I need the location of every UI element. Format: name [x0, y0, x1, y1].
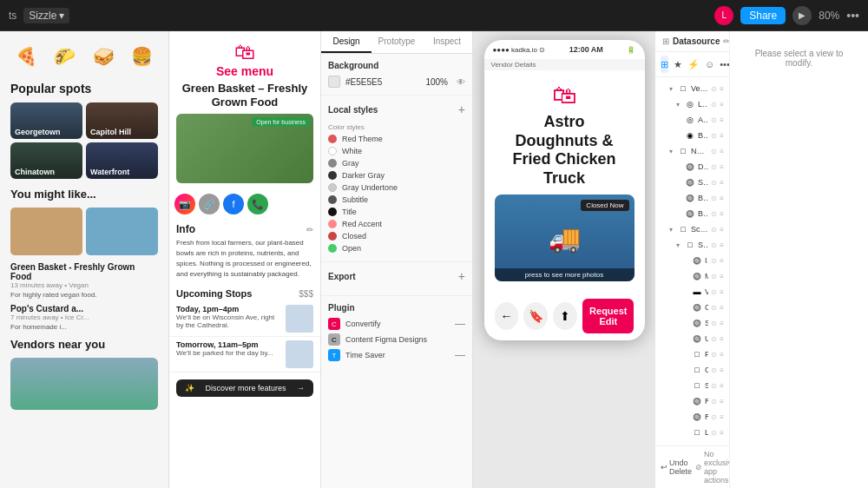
layer-action-ci-1[interactable]: ⊙ — [711, 304, 717, 312]
layer-scroll-view-view[interactable]: ▾ □ Scroll View View ⊙ ≡ — [655, 237, 729, 253]
toolbar-star-btn[interactable]: ★ — [674, 56, 682, 73]
layer-menu-header[interactable]: 🔘 Menu Header Gr... ⊙ ≡ — [655, 268, 729, 284]
style-closed[interactable]: Closed — [328, 230, 465, 242]
request-edit-button[interactable]: Request Edit — [582, 299, 634, 333]
layer-toggle-loading[interactable]: ▾ — [674, 100, 682, 109]
layer-scroll-view[interactable]: ▾ □ Scroll View ⊙ ≡ — [655, 221, 729, 237]
toolbar-dots-btn[interactable]: ••• — [720, 56, 729, 73]
layer-action-loading-1[interactable]: ⊙ — [711, 101, 717, 109]
undo-delete-button[interactable]: ↩ Undo Delete — [661, 458, 692, 476]
layer-action-dir-1[interactable]: ⊙ — [711, 163, 717, 171]
layer-share-btn[interactable]: 🔘 Share Button ⊙ ≡ — [655, 175, 729, 190]
layer-action-activity-2[interactable]: ≡ — [720, 116, 724, 124]
layer-action-us-2[interactable]: ≡ — [720, 335, 724, 343]
layer-action-info-1[interactable]: ⊙ — [711, 257, 717, 265]
discover-bar[interactable]: ✨ Discover more features → — [176, 379, 313, 397]
layer-action-lu-2[interactable]: ≡ — [720, 429, 724, 437]
more-options-button[interactable]: ••• — [846, 9, 859, 23]
plugin-content-figma[interactable]: C Content Figma Designs — [328, 333, 465, 346]
tab-design[interactable]: Design — [321, 31, 372, 53]
layer-reviews-1[interactable]: 🔘 Reviews Group I... ⊙ ≡ — [655, 393, 729, 409]
layer-action-vn-1[interactable]: ⊙ — [711, 288, 717, 296]
style-gray-undertone[interactable]: Gray Undertone — [328, 181, 465, 194]
spot-capitol-hill[interactable]: Capitol Hill — [86, 102, 158, 139]
layer-action-r1-2[interactable]: ≡ — [720, 398, 724, 406]
layer-action-bm-1[interactable]: ⊙ — [711, 195, 717, 202]
see-menu-label[interactable]: See menu — [176, 64, 313, 78]
style-red-theme[interactable]: Red Theme — [328, 133, 465, 145]
layer-action-sv-1[interactable]: ⊙ — [711, 241, 717, 249]
layer-action-share-1[interactable]: ⊙ — [711, 179, 717, 187]
style-darker-gray[interactable]: Darker Gray — [328, 169, 465, 181]
layer-directions-btn[interactable]: 🔘 Directions Button ⊙ ≡ — [655, 159, 729, 175]
layer-reviews-2[interactable]: 🔘 Reviews Group ⊙ ≡ — [655, 409, 729, 425]
layer-action-loading-2[interactable]: ≡ — [720, 101, 724, 109]
layer-action-sv-2[interactable]: ≡ — [720, 241, 724, 249]
facebook-button[interactable]: f — [223, 194, 244, 214]
layer-action-r1-1[interactable]: ⊙ — [711, 398, 717, 406]
toolbar-face-btn[interactable]: ☺ — [705, 56, 714, 73]
food-icon-taco[interactable]: 🌮 — [49, 40, 82, 73]
layer-action-ci-2[interactable]: ≡ — [720, 304, 724, 312]
layer-action-si-1[interactable]: ⊙ — [711, 320, 717, 327]
layer-action-back-2[interactable]: ≡ — [720, 210, 724, 218]
info-edit-button[interactable]: ✏ — [306, 225, 313, 234]
play-button[interactable]: ▶ — [792, 6, 812, 25]
layer-toggle-vendor-details[interactable]: ▾ — [667, 84, 675, 93]
plugin-toggle-convertify[interactable]: — — [455, 318, 465, 330]
layer-bookmark-btn[interactable]: 🔘 Bookmark Button ⊙ ≡ — [655, 190, 729, 206]
layer-action-sa-2[interactable]: ≡ — [720, 382, 724, 390]
plugin-toggle-time-saver[interactable]: — — [455, 349, 465, 361]
layer-vendor-name[interactable]: ▬ Vendor Name ⊙ ≡ — [655, 284, 729, 300]
layer-categories[interactable]: □ CategoriesTable ⊙ ≡ — [655, 362, 729, 378]
style-title[interactable]: Title — [328, 206, 465, 218]
layer-action-us-1[interactable]: ⊙ — [711, 335, 717, 343]
layer-social-icons[interactable]: 🔘 Social Icons Gro... ⊙ ≡ — [655, 315, 729, 331]
plugin-time-saver[interactable]: T Time Saver — — [328, 349, 465, 361]
layer-action-cat-2[interactable]: ≡ — [720, 366, 724, 374]
layer-action-sa-1[interactable]: ⊙ — [711, 382, 717, 390]
layer-toggle-scroll-view[interactable]: ▾ — [674, 241, 682, 249]
spot-georgetown[interactable]: Georgetown — [10, 102, 82, 139]
plugin-convertify[interactable]: C Convertify — — [328, 318, 465, 330]
add-export-button[interactable]: + — [458, 269, 465, 283]
layer-action-nav-2[interactable]: ≡ — [720, 148, 724, 155]
back-action-button[interactable]: ← — [495, 302, 519, 330]
share-button[interactable]: Share — [740, 7, 786, 24]
layer-toggle-scroll[interactable]: ▾ — [667, 225, 675, 234]
layer-action-pm-1[interactable]: ⊙ — [711, 351, 717, 359]
layer-action-mh-2[interactable]: ≡ — [720, 273, 724, 280]
layer-action-1[interactable]: ⊙ — [711, 85, 717, 93]
layer-activity-indicator[interactable]: ◎ Activity Indicator ⊙ ≡ — [655, 112, 729, 128]
layer-action-bm-2[interactable]: ≡ — [720, 195, 724, 202]
style-gray[interactable]: Gray — [328, 157, 465, 169]
layer-loading-indicator[interactable]: ▾ ◎ Loading Indicator ⊙ ≡ — [655, 96, 729, 112]
layer-action-scroll-1[interactable]: ⊙ — [711, 226, 717, 234]
layer-action-mh-1[interactable]: ⊙ — [711, 273, 717, 280]
visibility-icon[interactable]: 👁 — [457, 77, 465, 87]
user-avatar[interactable]: L — [714, 6, 733, 25]
spot-chinatown[interactable]: Chinatown — [10, 142, 82, 179]
toolbar-lightning-btn[interactable]: ⚡ — [687, 56, 700, 73]
layer-action-si-2[interactable]: ≡ — [720, 320, 724, 327]
layer-info-group[interactable]: 🔘 Info Group ⊙ ≡ — [655, 253, 729, 268]
link-button[interactable]: 🔗 — [199, 194, 220, 214]
layer-back-btn[interactable]: 🔘 Back Button ⊙ ≡ — [655, 206, 729, 221]
layer-action-2[interactable]: ≡ — [720, 85, 724, 93]
layer-service-area[interactable]: □ Service Area Gr... ⊙ ≡ — [655, 378, 729, 393]
food-icon-pizza[interactable]: 🍕 — [10, 40, 43, 73]
layer-action-r2-1[interactable]: ⊙ — [711, 413, 717, 421]
bookmark-action-button[interactable]: 🔖 — [523, 302, 548, 330]
layer-action-lu-1[interactable]: ⊙ — [711, 429, 717, 437]
style-subtitle[interactable]: Subtitle — [328, 194, 465, 206]
layer-toggle-nav[interactable]: ▾ — [667, 147, 675, 155]
tab-inspect[interactable]: Inspect — [422, 31, 472, 53]
tab-prototype[interactable]: Prototype — [372, 31, 422, 53]
layer-nav-bar[interactable]: ▾ □ Nav Bar ⊙ ≡ — [655, 143, 729, 159]
layer-action-vn-2[interactable]: ≡ — [720, 288, 724, 296]
style-white[interactable]: White — [328, 145, 465, 157]
layer-action-back-1[interactable]: ⊙ — [711, 210, 717, 218]
phone-button[interactable]: 📞 — [247, 194, 268, 214]
style-red-accent[interactable]: Red Accent — [328, 218, 465, 230]
share-action-button[interactable]: ⬆ — [553, 302, 577, 330]
